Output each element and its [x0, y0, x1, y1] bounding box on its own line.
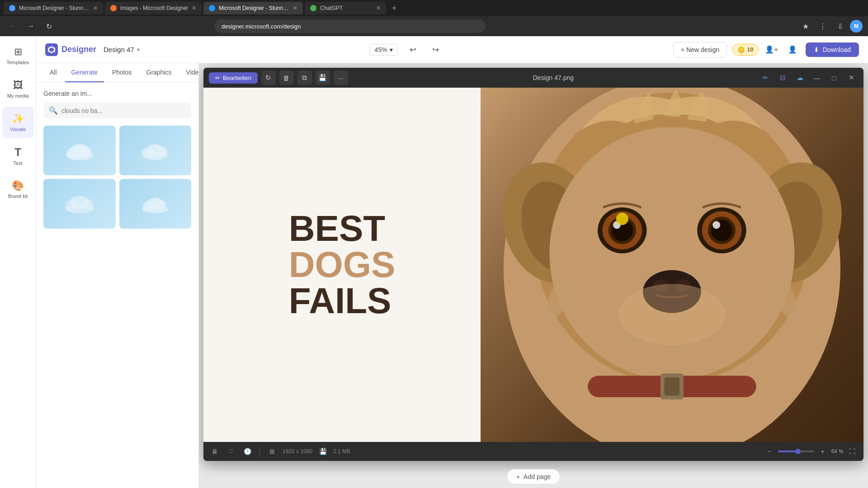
tab-label-2: Images - Microsoft Designer: [120, 5, 188, 11]
dog-face-svg: [481, 88, 863, 442]
collections-icon[interactable]: ⋮: [816, 19, 830, 33]
zoom-in-icon[interactable]: +: [817, 446, 829, 457]
sidebar-label-visuals: Visuals: [10, 127, 26, 132]
cloudupload-icon-btn[interactable]: ☁: [793, 71, 807, 84]
back-button[interactable]: ←: [5, 19, 20, 33]
image-viewer: ✏ Bearbeiten ↻ 🗑 ⧉ 💾 ··· Design 47.png ✏: [203, 68, 863, 461]
app-layout: ⊞ Templates 🖼 My media ✨ Visuals T Text …: [0, 36, 868, 488]
sidebar-item-brandkit[interactable]: 🎨 Brand kit: [2, 174, 34, 205]
favorites-icon[interactable]: ★: [798, 19, 813, 33]
sidebar-item-mymedia[interactable]: 🖼 My media: [2, 73, 34, 105]
viewer-titlebar-right: ✏ ⊟ ☁ — □ ✕: [759, 71, 858, 84]
image-thumb-4[interactable]: [119, 179, 192, 229]
cloud-svg-2: [137, 139, 173, 162]
address-input[interactable]: [214, 19, 486, 33]
zoom-slider[interactable]: [778, 450, 814, 452]
sidebar-item-templates[interactable]: ⊞ Templates: [2, 40, 34, 71]
tab-label-4: ChatGPT: [320, 5, 373, 11]
svg-point-39: [618, 284, 726, 345]
tab-chatgpt[interactable]: ChatGPT ✕: [305, 2, 386, 14]
share-button[interactable]: 👤+: [764, 42, 779, 57]
new-tab-button[interactable]: +: [388, 2, 401, 14]
tab-close-4[interactable]: ✕: [376, 5, 381, 11]
tab-favicon-1: [9, 5, 15, 11]
download-button[interactable]: ⬇ Download: [806, 42, 859, 57]
sidebar-label-templates: Templates: [6, 60, 29, 65]
tab-photos[interactable]: Photos: [106, 63, 138, 82]
images-grid: [43, 126, 191, 229]
zoom-caret: ▾: [390, 46, 393, 53]
add-page-bar: + Add page: [199, 465, 868, 488]
search-icon: 🔍: [49, 106, 58, 115]
tab-bar: Microsoft Designer - Stunning ✕ Images -…: [0, 0, 868, 16]
text-best: BEST: [289, 211, 396, 247]
tab-favicon-4: [310, 5, 316, 11]
viewer-bottom-bar: 🖥 ♡ 🕐 ⊞ 868 x 488 💾 2.1 MB −: [203, 442, 863, 461]
viewer-titlebar: ✏ Bearbeiten ↻ 🗑 ⧉ 💾 ··· Design 47.png ✏: [203, 68, 863, 88]
pencil-icon-btn[interactable]: ✏: [759, 71, 772, 84]
tab-microsoft-designer-3[interactable]: Microsoft Designer - Stunning ✕: [203, 2, 303, 14]
save-button[interactable]: 💾: [316, 70, 330, 85]
heart-icon[interactable]: ♡: [225, 446, 237, 457]
tab-all[interactable]: All: [43, 63, 63, 82]
tab-videos[interactable]: Videos: [180, 63, 199, 82]
redo-button[interactable]: ↪: [428, 42, 443, 57]
browser-chrome: Microsoft Designer - Stunning ✕ Images -…: [0, 0, 868, 36]
reload-button[interactable]: ↻: [42, 19, 56, 33]
tab-close-2[interactable]: ✕: [192, 5, 196, 11]
left-sidebar: ⊞ Templates 🖼 My media ✨ Visuals T Text …: [0, 36, 36, 488]
content-area: All Generate Photos Graphics Videos Gene…: [36, 63, 868, 488]
tab-close-3[interactable]: ✕: [293, 5, 297, 11]
downloads-icon[interactable]: ⇩: [833, 19, 847, 33]
account-button[interactable]: 👤: [785, 42, 800, 57]
tab-favicon-3: [209, 5, 215, 11]
profile-button[interactable]: M: [850, 20, 863, 33]
layers-icon-btn[interactable]: ⊟: [776, 71, 789, 84]
monitor-icon[interactable]: 🖥: [209, 446, 221, 457]
sidebar-item-visuals[interactable]: ✨ Visuals: [2, 107, 34, 138]
viewer-title: Design 47.png: [352, 74, 755, 81]
new-design-button[interactable]: + New design: [673, 42, 727, 57]
svg-point-30: [616, 213, 628, 225]
edit-label: Bearbeiten: [223, 75, 251, 81]
search-input[interactable]: [61, 107, 186, 114]
add-page-button[interactable]: + Add page: [507, 469, 560, 484]
more-button[interactable]: ···: [334, 70, 348, 85]
tab-images-designer[interactable]: Images - Microsoft Designer ✕: [105, 2, 202, 14]
add-page-icon: +: [516, 473, 520, 480]
viewer-titlebar-left: ✏ Bearbeiten ↻ 🗑 ⧉ 💾 ···: [209, 70, 348, 85]
file-size-text: 2.1 MB: [333, 448, 350, 455]
svg-rect-42: [665, 377, 680, 396]
dogs-text-panel: BEST DOGS FAILS: [203, 88, 481, 442]
download-icon: ⬇: [814, 46, 819, 53]
browser-toolbar-icons: ★ ⋮ ⇩ M: [798, 19, 863, 33]
svg-point-5: [71, 144, 89, 157]
crop-button[interactable]: ⧉: [297, 70, 312, 85]
close-button[interactable]: ✕: [844, 71, 858, 84]
rotate-button[interactable]: ↻: [261, 70, 276, 85]
tab-close-1[interactable]: ✕: [93, 5, 98, 11]
edit-bearbeiten-button[interactable]: ✏ Bearbeiten: [209, 72, 258, 84]
tab-microsoft-designer-1[interactable]: Microsoft Designer - Stunning ✕: [4, 2, 103, 14]
tab-graphics[interactable]: Graphics: [140, 63, 178, 82]
tab-favicon-2: [110, 5, 117, 11]
cloud-svg-4: [137, 192, 173, 215]
delete-button[interactable]: 🗑: [279, 70, 294, 85]
zoom-out-icon[interactable]: −: [764, 446, 775, 457]
brandkit-icon: 🎨: [12, 180, 24, 192]
image-thumb-2[interactable]: [119, 126, 192, 175]
sidebar-item-text[interactable]: T Text: [2, 140, 34, 172]
forward-button[interactable]: →: [24, 19, 38, 33]
image-thumb-1[interactable]: [43, 126, 116, 175]
tab-generate[interactable]: Generate: [65, 63, 104, 82]
fullscreen-icon[interactable]: ⛶: [846, 446, 858, 457]
undo-button[interactable]: ↩: [405, 42, 420, 57]
maximize-button[interactable]: □: [827, 71, 841, 84]
zoom-control[interactable]: 45% ▾: [369, 44, 398, 56]
minimize-button[interactable]: —: [810, 71, 824, 84]
app-name: Designer: [61, 45, 96, 54]
tab-label-3: Microsoft Designer - Stunning: [219, 5, 289, 11]
design-name[interactable]: Design 47 ▾: [104, 46, 140, 53]
clock-icon[interactable]: 🕐: [241, 446, 253, 457]
image-thumb-3[interactable]: [43, 179, 116, 229]
